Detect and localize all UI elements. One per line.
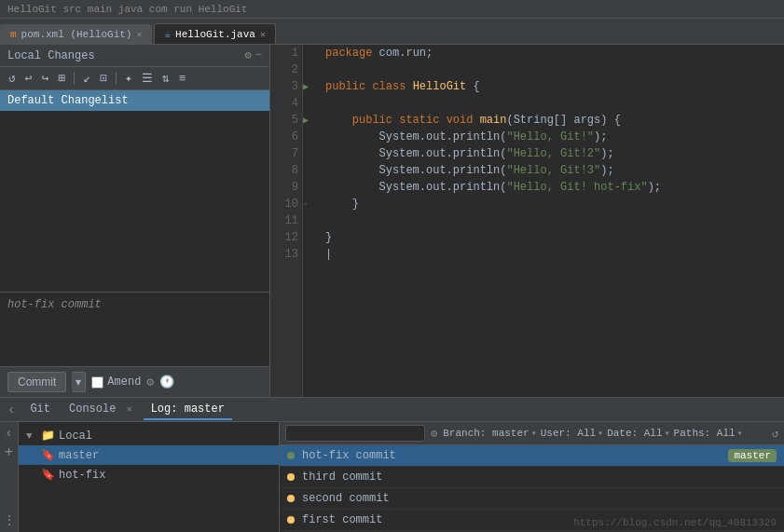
log-dot-1 xyxy=(287,452,295,459)
bottom-panel: ‹ Git Console ✕ Log: master ‹ + ⋮ ▼ 📁 Lo… xyxy=(0,397,784,532)
sep2 xyxy=(116,72,117,85)
tab-pom-close[interactable]: ✕ xyxy=(136,29,142,40)
log-entries: hot-fix commit master third commit secon… xyxy=(280,445,784,532)
nav-down-arrow[interactable]: ⋮ xyxy=(3,512,16,528)
code-line-6: System.out.println("Hello, Git!"); xyxy=(325,129,777,145)
nav-add[interactable]: + xyxy=(5,444,14,461)
tree-local-label: Local xyxy=(59,430,92,443)
code-content: 1 2 3 4 5 6 7 8 9 10 11 12 13 ▶ ▶ xyxy=(270,45,784,397)
group-btn[interactable]: ≡ xyxy=(176,71,189,87)
gutter: ▶ ▶ ◦ xyxy=(303,45,318,397)
code-line-11 xyxy=(325,212,777,229)
plus-btn[interactable]: ✦ xyxy=(122,70,135,87)
log-refresh-icon[interactable]: ↺ xyxy=(772,427,778,441)
pom-icon: m xyxy=(10,29,17,40)
diff-btn[interactable]: ⊞ xyxy=(55,70,68,87)
header-icons: ⚙ − xyxy=(245,48,262,62)
editor-area: 1 2 3 4 5 6 7 8 9 10 11 12 13 ▶ ▶ xyxy=(270,45,784,397)
bottom-tab-bar: ‹ Git Console ✕ Log: master xyxy=(0,398,784,422)
sort-btn[interactable]: ⇅ xyxy=(159,70,172,87)
bottom-left-nav: ‹ + ⋮ xyxy=(0,422,19,532)
tab-console-close[interactable]: ✕ xyxy=(127,404,132,415)
refresh-btn[interactable]: ↺ xyxy=(6,70,19,87)
log-settings-icon[interactable]: ⚙ xyxy=(431,427,437,441)
user-filter-arrow: ▾ xyxy=(598,428,603,439)
code-line-5: public static void main(String[] args) { xyxy=(325,112,777,129)
local-changes-title: Local Changes xyxy=(7,49,95,62)
editor-tab-bar: m pom.xml (HelloGit) ✕ ☕ HelloGit.java ✕ xyxy=(0,19,784,45)
log-dot-4 xyxy=(287,516,295,524)
bottom-nav-left[interactable]: ‹ xyxy=(7,402,15,417)
commit-message-text: hot-fix commit xyxy=(7,298,102,311)
revert-btn[interactable]: ↙ xyxy=(80,70,93,87)
tab-console[interactable]: Console ✕ xyxy=(62,400,140,420)
branch-filter-label: Branch: master xyxy=(443,428,529,439)
amend-checkbox[interactable] xyxy=(91,376,103,389)
log-msg-3: second commit xyxy=(302,492,777,505)
left-toolbar: ↺ ↩ ↪ ⊞ ↙ ⊡ ✦ ☰ ⇅ ≡ xyxy=(0,67,269,90)
undo-btn[interactable]: ↩ xyxy=(22,70,35,87)
tab-log[interactable]: Log: master xyxy=(144,400,232,420)
commit-message-area[interactable]: hot-fix commit xyxy=(0,292,269,366)
branch-filter-arrow: ▾ xyxy=(531,428,537,439)
code-line-8: System.out.println("Hello, Git!3"); xyxy=(325,162,777,179)
filter-date[interactable]: Date: All ▾ xyxy=(607,428,669,439)
log-msg-1: hot-fix commit xyxy=(302,449,721,462)
tree-panel: ▼ 📁 Local 🔖 master 🔖 hot-fix xyxy=(19,422,280,532)
changelist-label: Default Changelist xyxy=(7,94,129,107)
log-entry-1[interactable]: hot-fix commit master xyxy=(280,445,784,467)
code-line-9: System.out.println("Hello, Git! hot-fix"… xyxy=(325,179,777,196)
log-toolbar: ⚙ Branch: master ▾ User: All ▾ Date: All… xyxy=(280,422,784,445)
commit-button[interactable]: Commit xyxy=(7,372,66,392)
log-search-input[interactable] xyxy=(285,425,425,442)
minimize-icon[interactable]: − xyxy=(255,48,262,62)
code-line-7: System.out.println("Hello, Git!2"); xyxy=(325,145,777,162)
tab-pom[interactable]: m pom.xml (HelloGit) ✕ xyxy=(0,24,152,44)
expand-icon: ▼ xyxy=(26,430,37,442)
tab-hellojava-label: HelloGit.java xyxy=(175,29,255,40)
url-watermark: https://blog.csdn.net/qq_40813329 xyxy=(573,517,777,528)
user-filter-label: User: All xyxy=(541,428,596,439)
log-filter-bar: Branch: master ▾ User: All ▾ Date: All ▾… xyxy=(443,428,742,439)
default-changelist[interactable]: Default Changelist xyxy=(0,90,269,111)
tab-hellojava[interactable]: ☕ HelloGit.java ✕ xyxy=(154,23,275,44)
filter-paths[interactable]: Paths: All ▾ xyxy=(674,428,743,439)
settings-icon[interactable]: ⚙ xyxy=(245,48,252,62)
main-area: Local Changes ⚙ − ↺ ↩ ↪ ⊞ ↙ ⊡ ✦ ☰ ⇅ ≡ De… xyxy=(0,45,784,397)
code-line-12: } xyxy=(325,229,777,246)
log-entry-3[interactable]: second commit xyxy=(280,488,784,510)
redo-btn[interactable]: ↪ xyxy=(39,70,52,87)
code-editor[interactable]: package com.run; public class HelloGit {… xyxy=(318,45,784,397)
commit-dropdown-button[interactable]: ▾ xyxy=(72,372,86,392)
branch-icon-master: 🔖 xyxy=(41,448,55,462)
code-line-10: } xyxy=(325,196,777,212)
view-btn[interactable]: ☰ xyxy=(139,70,156,87)
amend-history-icon[interactable]: 🕐 xyxy=(159,375,174,389)
filter-branch[interactable]: Branch: master ▾ xyxy=(443,428,536,439)
tree-master-label: master xyxy=(59,449,99,462)
shelve-btn[interactable]: ⊡ xyxy=(97,70,110,87)
tree-local[interactable]: ▼ 📁 Local xyxy=(19,426,279,445)
date-filter-arrow: ▾ xyxy=(665,428,670,439)
tab-hellojava-close[interactable]: ✕ xyxy=(260,29,266,40)
date-filter-label: Date: All xyxy=(607,428,662,439)
tab-git[interactable]: Git xyxy=(22,400,58,420)
filter-user[interactable]: User: All ▾ xyxy=(541,428,603,439)
tab-git-label: Git xyxy=(30,402,50,416)
amend-checkbox-group: Amend xyxy=(91,375,141,389)
code-line-13: | xyxy=(325,246,777,263)
code-line-4 xyxy=(325,95,777,112)
tree-hotfix[interactable]: 🔖 hot-fix xyxy=(19,465,279,484)
breadcrumb-text: HelloGit src main java com run HelloGit xyxy=(7,4,247,15)
tree-master[interactable]: 🔖 master xyxy=(19,445,279,465)
nav-up-arrow[interactable]: ‹ xyxy=(5,426,12,441)
tree-hotfix-label: hot-fix xyxy=(59,469,105,482)
sep1 xyxy=(74,72,75,85)
amend-settings-icon[interactable]: ⚙ xyxy=(146,375,154,389)
log-entry-2[interactable]: third commit xyxy=(280,467,784,488)
commit-bar: Commit ▾ Amend ⚙ 🕐 xyxy=(0,366,269,397)
left-panel: Local Changes ⚙ − ↺ ↩ ↪ ⊞ ↙ ⊡ ✦ ☰ ⇅ ≡ De… xyxy=(0,45,270,397)
amend-label: Amend xyxy=(107,375,141,389)
line-numbers: 1 2 3 4 5 6 7 8 9 10 11 12 13 xyxy=(270,45,303,397)
code-line-2 xyxy=(325,61,777,78)
